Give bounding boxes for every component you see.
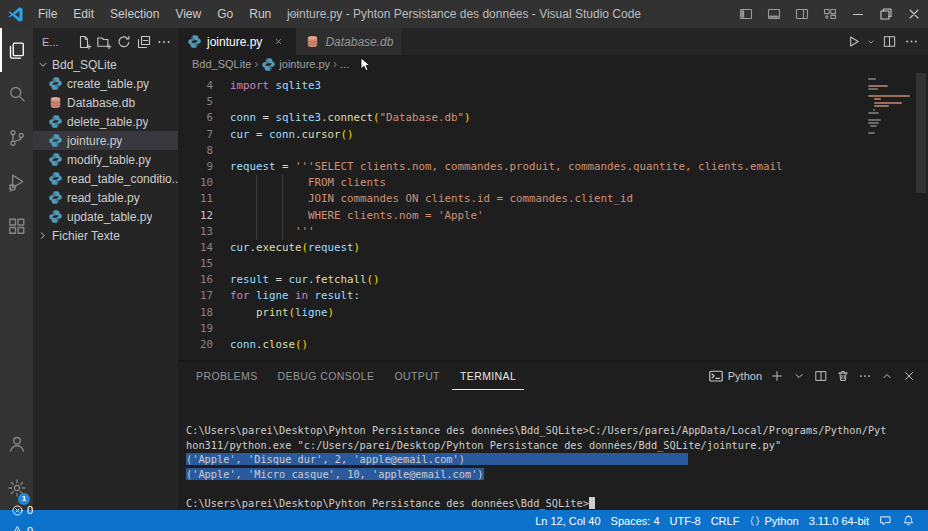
chevron-tree-right-icon bbox=[36, 229, 50, 243]
close-tab-button[interactable] bbox=[270, 34, 286, 50]
kill-terminal-button[interactable] bbox=[832, 365, 854, 387]
status-indentation[interactable]: Spaces: 4 bbox=[606, 510, 665, 531]
activity-accounts[interactable] bbox=[0, 422, 33, 466]
panel-tab-output[interactable]: OUTPUT bbox=[386, 363, 448, 390]
file-database-db[interactable]: Database.db bbox=[33, 93, 178, 112]
status-notifications[interactable] bbox=[897, 510, 920, 531]
panel-tab-problems[interactable]: PROBLEMS bbox=[188, 363, 266, 390]
layout-customize-icon bbox=[822, 6, 838, 22]
activity-run-and-debug[interactable] bbox=[0, 160, 33, 204]
status-python-interpreter[interactable]: 3.11.0 64-bit bbox=[804, 510, 874, 531]
minimap[interactable] bbox=[868, 78, 910, 136]
breadcrumb-jointure-py[interactable]: jointure.py bbox=[261, 57, 330, 72]
status-cursor-position[interactable]: Ln 12, Col 40 bbox=[530, 510, 605, 531]
code-token: () bbox=[341, 128, 354, 141]
terminal-profile[interactable]: Python bbox=[704, 365, 766, 387]
split-editor-button[interactable] bbox=[878, 31, 900, 53]
breadcrumb[interactable]: Bdd_SQLite›jointure.py›... bbox=[178, 55, 928, 73]
line-number: 18 bbox=[178, 305, 230, 321]
chevron-down-icon bbox=[792, 369, 806, 383]
file-tree: Bdd_SQLitecreate_table.pyDatabase.dbdele… bbox=[33, 55, 178, 245]
panel-tab-debug-console[interactable]: DEBUG CONSOLE bbox=[270, 363, 383, 390]
status-warnings[interactable]: 0 bbox=[6, 521, 38, 531]
file-label: modify_table.py bbox=[67, 153, 151, 167]
python-icon bbox=[48, 209, 63, 224]
activity-source-control[interactable] bbox=[0, 116, 33, 160]
code-line: 5 bbox=[178, 94, 928, 110]
terminal[interactable]: C:\Users\parei\Desktop\Pyhton Persistanc… bbox=[178, 390, 928, 510]
line-number: 20 bbox=[178, 337, 230, 353]
activity-settings[interactable]: 1 bbox=[0, 466, 33, 510]
terminal-selected-text: ('Apple', 'Micro casque', 10, 'apple@ema… bbox=[186, 468, 484, 480]
activity-search[interactable] bbox=[0, 72, 33, 116]
layout-sidebar-left-button[interactable] bbox=[732, 0, 760, 28]
new-folder-button[interactable] bbox=[94, 32, 114, 52]
code-token: ) bbox=[464, 111, 471, 124]
terminal-selected-text: ('Apple', 'Disque dur', 2, 'apple@email.… bbox=[186, 453, 688, 465]
new-terminal-button[interactable] bbox=[766, 365, 788, 387]
minimize-button[interactable] bbox=[844, 0, 872, 28]
breadcrumb-item[interactable]: ... bbox=[340, 58, 349, 70]
file-delete-table-py[interactable]: delete_table.py bbox=[33, 112, 178, 131]
collapse-folders-button[interactable] bbox=[134, 32, 154, 52]
file-create-table-py[interactable]: create_table.py bbox=[33, 74, 178, 93]
terminal-line: ('Apple', 'Micro casque', 10, 'apple@ema… bbox=[186, 467, 928, 482]
tab-jointure-py[interactable]: jointure.py bbox=[178, 28, 296, 55]
folder-bdd-sqlite[interactable]: Bdd_SQLite bbox=[33, 55, 178, 74]
maximize-panel-button[interactable] bbox=[876, 365, 898, 387]
run-debug-icon bbox=[7, 172, 27, 192]
code-editor[interactable]: 4import sqlite356conn = sqlite3.connect(… bbox=[178, 73, 928, 360]
file-read-table-conditio[interactable]: read_table_conditio... bbox=[33, 169, 178, 188]
panel-tab-terminal[interactable]: TERMINAL bbox=[452, 363, 524, 390]
editor-scrollbar[interactable] bbox=[916, 73, 926, 193]
file-update-table-py[interactable]: update_table.py bbox=[33, 207, 178, 226]
menu-go[interactable]: Go bbox=[209, 0, 241, 28]
menu-file[interactable]: File bbox=[30, 0, 65, 28]
code-text: result = cur.fetchall() bbox=[230, 272, 380, 288]
refresh-explorer-button[interactable] bbox=[114, 32, 134, 52]
line-number: 12 bbox=[178, 208, 230, 224]
menu-edit[interactable]: Edit bbox=[65, 0, 102, 28]
split-terminal-button[interactable] bbox=[810, 365, 832, 387]
close-button[interactable] bbox=[900, 0, 928, 28]
menu-run[interactable]: Run bbox=[241, 0, 279, 28]
status-feedback[interactable] bbox=[874, 510, 897, 531]
status-language-mode[interactable]: Python bbox=[744, 510, 803, 531]
tab-label: jointure.py bbox=[207, 35, 262, 49]
layout-customize-button[interactable] bbox=[816, 0, 844, 28]
views-and-more-actions-button[interactable] bbox=[154, 32, 174, 52]
more-actions-button[interactable] bbox=[900, 31, 922, 53]
file-read-table-py[interactable]: read_table.py bbox=[33, 188, 178, 207]
code-line: 16result = cur.fetchall() bbox=[178, 272, 928, 288]
new-file-button[interactable] bbox=[74, 32, 94, 52]
menu-view[interactable]: View bbox=[167, 0, 209, 28]
launch-profile-dropdown-button[interactable] bbox=[788, 365, 810, 387]
activity-explorer[interactable] bbox=[0, 28, 33, 72]
run-dropdown-button[interactable] bbox=[864, 31, 878, 53]
activity-bar: 1 bbox=[0, 28, 33, 510]
layout-sidebar-right-button[interactable] bbox=[788, 0, 816, 28]
terminal-more-actions-button[interactable] bbox=[854, 365, 876, 387]
file-jointure-py[interactable]: jointure.py bbox=[33, 131, 178, 150]
folder-fichier-texte[interactable]: Fichier Texte bbox=[33, 226, 178, 245]
code-token: sqlite3 bbox=[276, 79, 322, 92]
code-token: connect bbox=[328, 111, 374, 124]
restore-icon bbox=[878, 6, 894, 22]
status-eol[interactable]: CRLF bbox=[706, 510, 745, 531]
menu-selection[interactable]: Selection bbox=[102, 0, 167, 28]
restore-button[interactable] bbox=[872, 0, 900, 28]
editor-group: jointure.pyDatabase.db Bdd_SQLite›jointu… bbox=[178, 28, 928, 510]
explorer-sidebar: E... Bdd_SQLitecreate_table.pyDatabase.d… bbox=[33, 28, 178, 510]
code-line: 11 JOIN commandes ON clients.id = comman… bbox=[178, 191, 928, 207]
run-python-file-button[interactable] bbox=[842, 31, 864, 53]
code-line: 14cur.execute(request) bbox=[178, 240, 928, 256]
tab-database-db[interactable]: Database.db bbox=[296, 28, 403, 55]
layout-sidebar-left-icon bbox=[738, 6, 754, 22]
close-panel-button[interactable] bbox=[898, 365, 920, 387]
file-label: delete_table.py bbox=[67, 115, 148, 129]
file-modify-table-py[interactable]: modify_table.py bbox=[33, 150, 178, 169]
activity-extensions[interactable] bbox=[0, 204, 33, 248]
status-encoding[interactable]: UTF-8 bbox=[665, 510, 706, 531]
breadcrumb-bdd-sqlite[interactable]: Bdd_SQLite bbox=[192, 58, 251, 70]
layout-panel-button[interactable] bbox=[760, 0, 788, 28]
